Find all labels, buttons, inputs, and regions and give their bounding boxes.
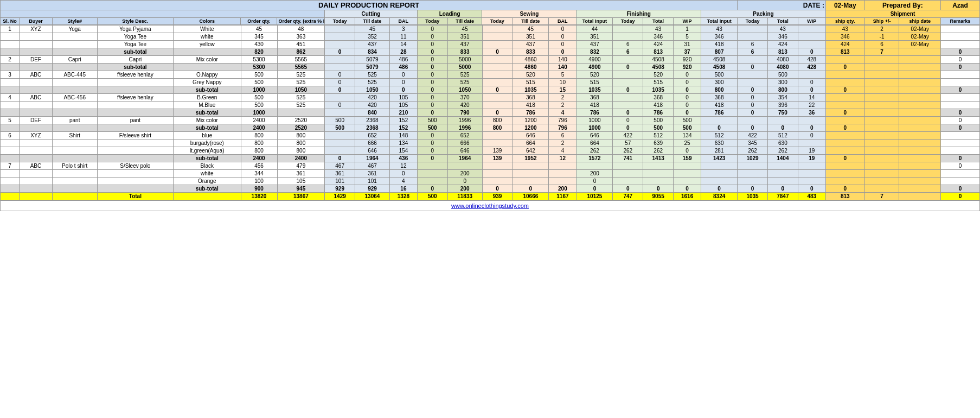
cell-15: 10125 <box>577 193 613 200</box>
cell-23 <box>825 162 864 170</box>
cell-4: Mix color <box>174 117 241 124</box>
cell-11: 1964 <box>447 155 482 162</box>
cell-4: sub-total <box>174 109 241 117</box>
cell-14: 0 <box>549 48 577 56</box>
cell-9: 105 <box>389 102 417 109</box>
col-order-qty: Order qty. <box>241 18 277 25</box>
cell-16: 422 <box>613 132 643 140</box>
cell-15: 786 <box>577 109 613 117</box>
cell-17: 262 <box>643 147 674 155</box>
cell-11: 652 <box>447 132 482 140</box>
cell-12: 939 <box>482 193 513 200</box>
table-row: Yoga Teewhite345363352110351351035134653… <box>1 33 980 41</box>
cell-9: 436 <box>389 155 417 162</box>
col-header-row: Sl. No Buyer Style# Style Desc. Colors O… <box>1 18 980 25</box>
cell-10: 0 <box>417 71 447 79</box>
cell-3: Capri <box>97 56 173 64</box>
table-row: 5DEFpantpantMix color2400252050023681525… <box>1 117 980 124</box>
cell-14: 796 <box>549 117 577 124</box>
cell-12 <box>482 132 513 140</box>
cell-26 <box>941 102 980 109</box>
cell-8: 525 <box>355 79 390 86</box>
cell-23: 0 <box>825 124 864 132</box>
cell-8: 45 <box>355 26 390 33</box>
cell-2: pant <box>52 117 97 124</box>
cell-3 <box>97 178 173 185</box>
cell-9: 486 <box>389 56 417 64</box>
table-row: Orange100105101101400 <box>1 178 980 185</box>
cell-17: 500 <box>643 124 674 132</box>
cell-0 <box>1 155 20 162</box>
cell-20 <box>738 162 768 170</box>
col-fin-input: Total Input <box>577 18 613 25</box>
cell-0 <box>1 170 20 178</box>
cell-20: 0 <box>738 86 768 94</box>
cell-26 <box>941 178 980 185</box>
cell-6: 945 <box>277 185 325 193</box>
cell-13: 351 <box>513 33 549 41</box>
cell-16: 0 <box>613 109 643 117</box>
cell-4: sub-total <box>174 86 241 94</box>
cell-8: 420 <box>355 94 390 102</box>
cell-1: DEF <box>20 117 53 124</box>
cell-25: 02-May <box>899 33 941 41</box>
cell-25 <box>899 178 941 185</box>
cell-11: 370 <box>447 94 482 102</box>
cell-8: 420 <box>355 102 390 109</box>
cell-5: 500 <box>241 94 277 102</box>
cell-22: 0 <box>798 79 825 86</box>
cell-24 <box>864 132 899 140</box>
cell-0 <box>1 79 20 86</box>
table-row: white3443613613610200200 <box>1 170 980 178</box>
cell-13: 418 <box>513 102 549 109</box>
cell-16: 262 <box>613 147 643 155</box>
cell-14: 6 <box>549 132 577 140</box>
cell-7: 361 <box>325 170 355 178</box>
cell-15: 515 <box>577 79 613 86</box>
cell-25 <box>899 193 941 200</box>
cell-17: 0 <box>643 185 674 193</box>
table-row: Yoga Teeyellow43045143714043743704376424… <box>1 41 980 48</box>
cell-8: 646 <box>355 147 390 155</box>
cell-2 <box>52 170 97 178</box>
cell-17: 368 <box>643 94 674 102</box>
cell-4: B.Green <box>174 94 241 102</box>
cell-8: 840 <box>355 109 390 117</box>
cell-18: 0 <box>674 109 701 117</box>
cell-7 <box>325 33 355 41</box>
cell-10: 500 <box>417 124 447 132</box>
cell-19: 300 <box>701 79 738 86</box>
cell-9: 16 <box>389 185 417 193</box>
cell-6: 2520 <box>277 117 325 124</box>
table-row: burgady(rose)800800666134066666426645763… <box>1 140 980 147</box>
cell-17: 346 <box>643 33 674 41</box>
cell-1 <box>20 155 53 162</box>
cell-21: 43 <box>767 26 798 33</box>
cell-18: 0 <box>674 147 701 155</box>
cell-26: 0 <box>941 185 980 193</box>
cell-3 <box>97 185 173 193</box>
cell-20: 1035 <box>738 193 768 200</box>
cell-3: F/sleeve shirt <box>97 132 173 140</box>
cell-0 <box>1 33 20 41</box>
cell-16: 0 <box>613 124 643 132</box>
cell-5: 100 <box>241 178 277 185</box>
cell-24 <box>864 124 899 132</box>
cell-13: 1200 <box>513 124 549 132</box>
cell-3: sub-total <box>97 48 173 56</box>
cell-19: 281 <box>701 147 738 155</box>
cell-25 <box>899 147 941 155</box>
cell-10: 0 <box>417 185 447 193</box>
cell-12: 800 <box>482 124 513 132</box>
cell-6: 2520 <box>277 124 325 132</box>
cell-21: 4080 <box>767 56 798 64</box>
cell-13: 1200 <box>513 117 549 124</box>
cell-16: 0 <box>613 86 643 94</box>
website-link[interactable]: www.onlineclothingstudy.com <box>1 201 980 211</box>
cell-6: 451 <box>277 41 325 48</box>
cell-2 <box>52 102 97 109</box>
cell-6: 800 <box>277 147 325 155</box>
cell-14: 796 <box>549 124 577 132</box>
cell-21 <box>767 117 798 124</box>
cell-10: 0 <box>417 64 447 71</box>
